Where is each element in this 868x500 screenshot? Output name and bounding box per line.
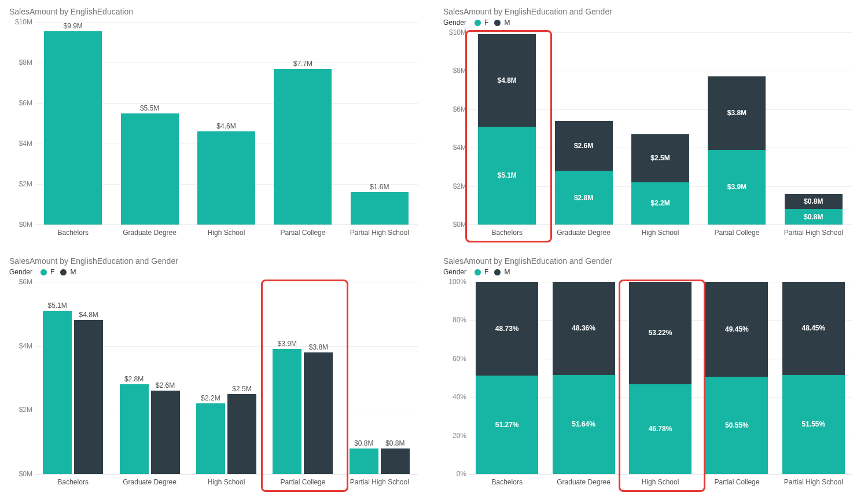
bar-segment[interactable]: $2.6M [555,121,613,171]
category-group: $5.1M$4.8M [35,282,111,474]
stacked-bar[interactable]: 46.78%53.22% [629,282,692,474]
bar-segment[interactable]: 48.36% [553,282,615,375]
bar[interactable] [227,394,256,474]
chart-title: SalesAmount by EnglishEducation and Gend… [443,7,854,16]
legend-label-f: F [50,268,54,276]
bar-segment[interactable]: 48.73% [476,282,538,376]
x-axis-tick: Bachelors [35,476,111,491]
legend-label-m: M [70,268,76,276]
bar-segment[interactable]: $2.8M [555,171,613,225]
x-axis-tick: Graduate Degree [545,226,621,241]
bar-value-label: $4.8M [79,311,98,319]
bar[interactable] [274,69,332,225]
stacked-bar[interactable]: $5.1M$4.8M [478,34,536,225]
bar-segment[interactable]: $2.5M [631,134,689,182]
stacked-bar[interactable]: $3.9M$3.8M [708,76,766,225]
bar-segment[interactable]: 51.55% [782,375,845,474]
segment-label: $2.6M [574,142,593,150]
bar-wrap: $2.8M [120,282,149,474]
stacked-bar[interactable]: $2.2M$2.5M [631,134,689,225]
segment-label: 51.27% [495,421,519,429]
stacked-bar[interactable]: 51.64%48.36% [553,282,615,474]
y-axis-tick: $0M [9,220,32,229]
stacked-bar[interactable]: 51.55%48.45% [782,282,845,474]
bar-wrap: $7.7M [274,22,332,225]
plot-area: $0M$2M$4M$6M$8M$10M$9.9M$5.5M$4.6M$7.7M$… [35,22,418,225]
legend-title: Gender [443,19,466,27]
bar[interactable] [304,352,333,474]
category-group: $2.2M$2.5M [622,32,698,225]
x-axis-labels: BachelorsGraduate DegreeHigh SchoolParti… [469,476,852,491]
bar[interactable] [74,320,103,474]
bar[interactable] [350,448,378,474]
bar[interactable] [151,391,180,474]
bar-wrap: $0.8M [350,282,378,474]
bar-segment[interactable]: $2.2M [631,182,689,225]
bar-segment[interactable]: $0.8M [785,209,843,225]
stacked-bar[interactable]: 51.27%48.73% [476,282,538,474]
bar[interactable] [120,384,149,474]
x-axis-tick: Partial College [264,476,341,491]
x-axis-tick: High School [622,226,698,241]
bar[interactable] [196,403,225,474]
bar[interactable] [44,31,102,225]
bar[interactable] [121,113,179,225]
bar[interactable] [197,131,255,225]
bar-segment[interactable]: 51.64% [553,375,615,474]
chart-sales-by-education: SalesAmount by EnglishEducation$0M$2M$4M… [9,7,420,241]
y-axis-tick: 0% [443,470,466,478]
bar[interactable] [43,311,72,474]
y-axis-tick: $8M [443,67,466,75]
segment-label: 46.78% [649,425,672,433]
y-axis-tick: $2M [9,180,32,188]
bar-wrap: $2.6M [151,282,180,474]
bar-segment[interactable]: $0.8M [785,194,843,209]
bar-segment[interactable]: 48.45% [782,282,845,375]
x-axis-labels: BachelorsGraduate DegreeHigh SchoolParti… [35,226,418,241]
segment-label: 51.55% [801,420,825,428]
segment-label: 48.73% [495,325,519,333]
y-axis-tick: $10M [443,28,466,36]
bar-wrap: 46.78%53.22% [629,282,692,474]
bar-segment[interactable]: $4.8M [478,34,536,126]
x-axis-tick: Partial High School [341,226,418,241]
legend: GenderFM [443,19,854,27]
bar-wrap: $4.6M [197,22,255,225]
bar-segment[interactable]: 51.27% [476,376,538,474]
segment-label: 48.36% [572,324,595,332]
stacked-bar[interactable]: $2.8M$2.6M [555,121,613,225]
segment-label: 48.45% [801,324,825,332]
segment-label: 49.45% [725,325,749,333]
bar-wrap: 51.27%48.73% [476,282,538,474]
x-axis-tick: High School [188,226,264,241]
x-axis-tick: Graduate Degree [111,226,187,241]
x-axis-tick: Bachelors [35,226,111,241]
plot-area: 0%20%40%60%80%100%51.27%48.73%51.64%48.3… [469,282,852,475]
bar-wrap: 51.55%48.45% [782,282,845,474]
y-axis-tick: $6M [443,105,466,113]
category-group: $3.9M$3.8M [698,32,775,225]
segment-label: 51.64% [572,420,595,428]
stacked-bar[interactable]: 50.55%49.45% [705,282,768,474]
segment-label: $3.9M [727,183,746,191]
bar-segment[interactable]: $3.8M [708,76,766,149]
bar-value-label: $3.8M [309,343,328,351]
bar-segment[interactable]: 50.55% [705,377,768,474]
segment-label: $2.5M [650,154,670,162]
legend-title: Gender [9,268,32,276]
segment-label: 50.55% [725,421,749,429]
bar-segment[interactable]: $3.9M [708,150,766,225]
bar-segment[interactable]: $5.1M [478,127,536,225]
y-axis-tick: 60% [443,355,466,363]
bar-segment[interactable]: 46.78% [629,384,692,474]
bar[interactable] [351,192,409,225]
stacked-bar[interactable]: $0.8M$0.8M [785,194,843,225]
bar-wrap: $2.8M$2.6M [555,32,613,225]
bar-segment[interactable]: 49.45% [705,282,768,377]
bar-segment[interactable]: 53.22% [629,282,692,384]
legend-label-f: F [484,268,488,276]
bar-wrap: $5.5M [121,22,179,225]
legend-label-m: M [504,268,510,276]
bar[interactable] [273,349,301,474]
bar[interactable] [381,448,410,474]
